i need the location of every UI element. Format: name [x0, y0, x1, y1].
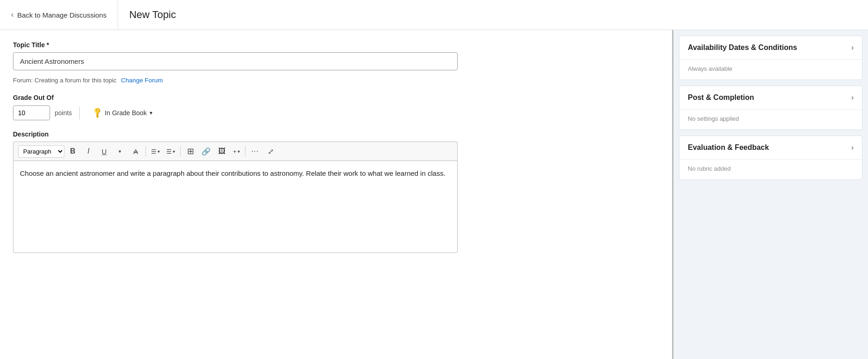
- align-chevron-icon: ▾: [157, 149, 160, 154]
- back-arrow-icon: ‹: [11, 11, 13, 19]
- more-options-button[interactable]: ···: [248, 145, 263, 158]
- evaluation-subtitle: No rubric added: [688, 165, 731, 172]
- align-button[interactable]: ☰ ▾: [148, 146, 163, 157]
- insert-media-button[interactable]: ⊞: [183, 145, 198, 158]
- align-icon: ☰: [151, 148, 157, 155]
- change-forum-link[interactable]: Change Forum: [121, 77, 163, 84]
- bold-button[interactable]: B: [65, 145, 80, 158]
- underline-dropdown-button[interactable]: ▾: [113, 145, 127, 158]
- description-section: Description Paragraph Heading 1 Heading …: [13, 130, 659, 253]
- add-chevron-icon: ▾: [238, 149, 240, 154]
- fullscreen-button[interactable]: ⤢: [264, 145, 278, 158]
- evaluation-title: Evaluation & Feedback: [688, 143, 769, 152]
- topic-title-label: Topic Title *: [13, 41, 659, 49]
- main-layout: Topic Title * Forum: Creating a forum fo…: [0, 30, 868, 359]
- post-subtitle: No settings applied: [688, 115, 739, 122]
- list-button[interactable]: ☰ ▾: [164, 146, 178, 157]
- italic-button[interactable]: I: [81, 145, 96, 158]
- availability-section-header[interactable]: Availability Dates & Conditions ›: [679, 36, 862, 60]
- page-title: New Topic: [118, 9, 187, 21]
- availability-chevron-icon: ›: [851, 43, 854, 52]
- grade-input[interactable]: [13, 105, 50, 120]
- key-icon: 🔑: [91, 106, 104, 119]
- post-section-header[interactable]: Post & Completion ›: [679, 86, 862, 110]
- grade-points-label: points: [55, 109, 72, 117]
- add-button[interactable]: + ▾: [230, 146, 243, 157]
- back-link-label: Back to Manage Discussions: [17, 11, 107, 19]
- topic-title-input[interactable]: [13, 52, 458, 70]
- forum-text: Forum: Creating a forum for this topic: [13, 77, 117, 84]
- toolbar-sep-3: [245, 146, 245, 156]
- grade-label: Grade Out Of: [13, 94, 659, 101]
- toolbar-sep-2: [180, 146, 181, 156]
- add-icon: +: [233, 148, 237, 155]
- description-label: Description: [13, 130, 659, 138]
- post-chevron-icon: ›: [851, 93, 854, 102]
- availability-subtitle: Always available: [688, 65, 732, 72]
- left-panel: Topic Title * Forum: Creating a forum fo…: [0, 30, 673, 359]
- editor-area[interactable]: Choose an ancient astronomer and write a…: [13, 161, 458, 253]
- grade-book-label: In Grade Book: [105, 109, 146, 117]
- evaluation-chevron-icon: ›: [851, 143, 854, 152]
- link-button[interactable]: 🔗: [199, 145, 214, 158]
- evaluation-section-header[interactable]: Evaluation & Feedback ›: [679, 136, 862, 160]
- grade-section: Grade Out Of points 🔑 In Grade Book ▾: [13, 94, 659, 120]
- right-panel: Availability Dates & Conditions › Always…: [673, 30, 868, 359]
- toolbar-sep-1: [145, 146, 146, 156]
- header: ‹ Back to Manage Discussions New Topic: [0, 0, 868, 30]
- grade-book-button[interactable]: 🔑 In Grade Book ▾: [87, 105, 157, 120]
- list-icon: ☰: [166, 148, 172, 155]
- grade-divider: [79, 106, 80, 119]
- chevron-down-icon: ▾: [150, 110, 152, 116]
- availability-title: Availability Dates & Conditions: [688, 43, 797, 52]
- list-chevron-icon: ▾: [173, 149, 175, 154]
- underline-button[interactable]: U: [97, 145, 112, 158]
- strikethrough-button[interactable]: A: [128, 145, 143, 158]
- paragraph-select[interactable]: Paragraph Heading 1 Heading 2: [18, 145, 64, 158]
- editor-toolbar: Paragraph Heading 1 Heading 2 B I U ▾ A …: [13, 142, 458, 161]
- image-button[interactable]: 🖼: [214, 145, 229, 158]
- post-body: No settings applied: [679, 110, 862, 130]
- back-link[interactable]: ‹ Back to Manage Discussions: [0, 0, 118, 30]
- grade-row: points 🔑 In Grade Book ▾: [13, 105, 659, 120]
- description-text: Choose an ancient astronomer and write a…: [20, 169, 446, 177]
- post-title: Post & Completion: [688, 93, 754, 102]
- sidebar-post-section: Post & Completion › No settings applied: [679, 86, 862, 130]
- availability-body: Always available: [679, 60, 862, 80]
- sidebar-evaluation-section: Evaluation & Feedback › No rubric added: [679, 136, 862, 180]
- sidebar-availability-section: Availability Dates & Conditions › Always…: [679, 36, 862, 80]
- evaluation-body: No rubric added: [679, 160, 862, 180]
- forum-line: Forum: Creating a forum for this topic C…: [13, 77, 659, 84]
